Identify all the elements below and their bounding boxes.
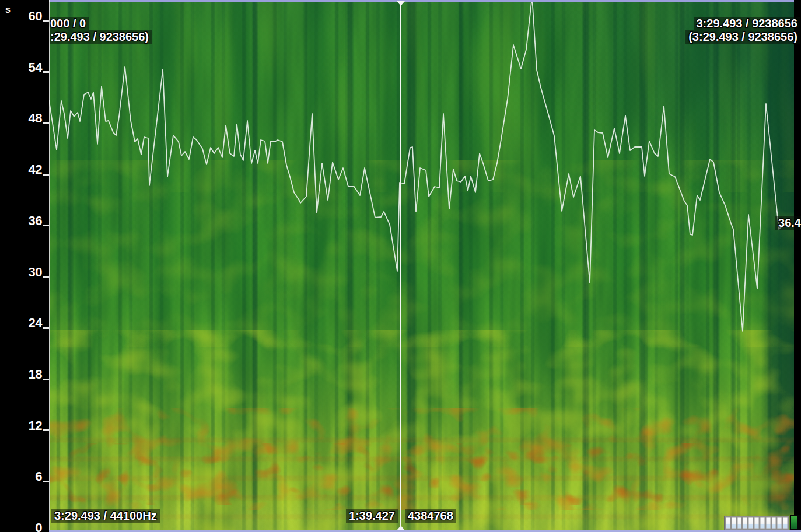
- ruler-tick: 12: [29, 418, 49, 433]
- ruler-tick-label: 42: [29, 162, 42, 177]
- thumbwheel-segment: [777, 517, 782, 528]
- ruler-tick: 6: [35, 469, 49, 484]
- ruler-tick-label: 60: [29, 9, 42, 24]
- thumbwheel-segment: [766, 517, 771, 528]
- thumbwheel-segment: [760, 517, 765, 528]
- audio-analysis-window: s 60544842363024181260 000 / 0 :29.493 /…: [0, 0, 801, 532]
- ruler-tick-label: 30: [29, 265, 42, 280]
- ruler-tick-mark: [43, 225, 49, 226]
- spectrogram-texture: [50, 0, 794, 532]
- pane-top-border: [49, 0, 794, 2]
- ruler-tick-label: 54: [29, 60, 42, 75]
- ruler-tick-label: 0: [35, 520, 42, 532]
- audio-end-gap: [794, 0, 801, 532]
- horizontal-zoom-thumbwheel[interactable]: [724, 516, 789, 530]
- readout-cursor-time: 1:39.427: [346, 509, 398, 523]
- ruler-tick: 42: [29, 162, 49, 177]
- readout-top-right-line2: (3:29.493 / 9238656): [685, 30, 800, 44]
- time-ruler: s 60544842363024181260: [0, 0, 49, 532]
- ruler-tick-mark: [43, 174, 49, 176]
- spectrogram-pane[interactable]: [50, 0, 794, 532]
- readout-duration-samplerate: 3:29.493 / 44100Hz: [51, 509, 160, 523]
- readout-top-left-line2: :29.493 / 9238656): [50, 30, 152, 44]
- ruler-tick: 30: [29, 265, 49, 280]
- ruler-tick: 54: [29, 60, 49, 75]
- thumbwheel-segment: [726, 517, 730, 528]
- ruler-tick: 36: [29, 214, 49, 229]
- thumbwheel-segment: [743, 517, 747, 528]
- ruler-tick-mark: [43, 123, 49, 124]
- playhead-cursor[interactable]: [400, 1, 401, 530]
- thumbwheel-segment: [748, 517, 753, 528]
- ruler-tick-label: 18: [29, 367, 42, 382]
- ruler-tick: 60: [29, 9, 49, 24]
- readout-cursor-frame: 4384768: [405, 509, 456, 523]
- thumbwheel-segment: [783, 517, 788, 528]
- ruler-tick: 18: [29, 367, 49, 382]
- playhead-bottom-marker-icon: [397, 526, 405, 530]
- ruler-tick-mark: [43, 276, 49, 278]
- readout-top-right-line1: 3:29.493 / 9238656: [694, 17, 801, 30]
- ruler-tick-mark: [43, 481, 49, 482]
- ruler-tick-label: 48: [29, 111, 42, 126]
- ruler-tick-label: 6: [35, 469, 42, 484]
- ruler-tick: 24: [29, 316, 49, 331]
- ruler-tick-mark: [43, 429, 49, 431]
- vertical-zoom-widget[interactable]: [790, 515, 801, 530]
- ruler-tick-mark: [43, 20, 49, 22]
- ruler-tick-label: 36: [29, 214, 42, 229]
- thumbwheel-segment: [754, 517, 759, 528]
- thumbwheel-segment: [737, 517, 742, 528]
- thumbwheel-segment: [732, 517, 736, 528]
- ruler-tick-label: 24: [29, 316, 42, 331]
- playhead-top-marker-icon: [397, 1, 405, 6]
- vertical-zoom-indicator: [791, 516, 797, 529]
- ruler-tick-label: 12: [29, 418, 42, 433]
- readout-top-left-line1: 000 / 0: [50, 17, 89, 30]
- ruler-tick-mark: [43, 379, 49, 380]
- ruler-tick-mark: [43, 71, 49, 73]
- ruler-unit-label: s: [5, 5, 11, 15]
- ruler-tick: 48: [29, 111, 49, 126]
- ruler-tick-mark: [43, 327, 49, 329]
- ruler-tick: 0: [35, 520, 49, 532]
- pane-left-edge-line: [49, 0, 50, 530]
- trace-value-readout: 36.4: [775, 216, 801, 230]
- thumbwheel-segment: [772, 517, 776, 528]
